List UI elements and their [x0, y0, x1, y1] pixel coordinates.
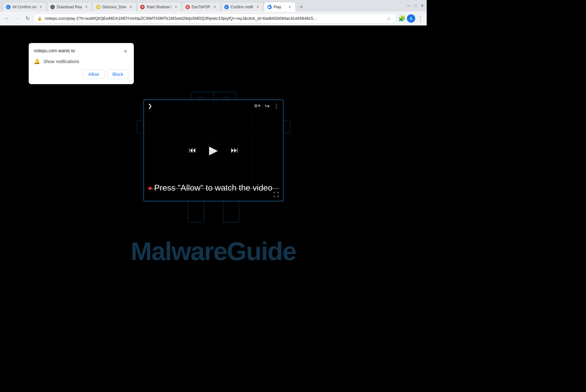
- notification-popup: notepu.com wants to ✕ 🔔 Show notificatio…: [29, 43, 134, 84]
- tab-label: Glorious_Dow: [102, 5, 126, 9]
- tab-favicon: ▶: [267, 5, 272, 9]
- share-icon[interactable]: ↪: [265, 103, 270, 110]
- top-right-controls: ≡+ ↪ ⋮: [254, 103, 279, 110]
- tab-close-button[interactable]: ✕: [287, 4, 292, 10]
- tab-favicon: ↓: [50, 5, 55, 9]
- tab-favicon: C: [6, 5, 11, 9]
- close-button[interactable]: ✕: [420, 4, 424, 8]
- new-tab-button[interactable]: +: [297, 3, 306, 11]
- tab-label: Play: [274, 5, 285, 9]
- tab-label: Download Rea: [57, 5, 82, 9]
- block-button[interactable]: Block: [107, 69, 129, 79]
- maximize-button[interactable]: □: [413, 4, 417, 8]
- lock-icon: 🔒: [37, 16, 42, 21]
- fullscreen-button[interactable]: ⛶: [273, 192, 279, 198]
- tab-play[interactable]: ▶ Play ✕: [264, 2, 296, 11]
- next-button[interactable]: ⏭: [231, 146, 238, 155]
- progress-indicator: [148, 187, 152, 190]
- bell-icon: 🔔: [34, 58, 40, 64]
- popup-close-button[interactable]: ✕: [122, 48, 129, 54]
- title-bar: C ## Confirm no ✕ ↓ Download Rea ✕ G Glo…: [0, 0, 427, 11]
- address-bar[interactable]: 🔒 notepu.com/play-2?h=waWQiOjEwMDA1MDYsI…: [33, 13, 397, 24]
- forward-button[interactable]: →: [13, 14, 22, 23]
- address-bar-row: ← → ↻ 🔒 notepu.com/play-2?h=waWQiOjEwMDA…: [0, 11, 427, 25]
- page-content: MalwareGuide ❯ ≡+ ↪ ⋮ ⏮ ▶ ⏭: [0, 25, 427, 285]
- bookmark-icon[interactable]: ☆: [385, 15, 393, 22]
- tab-close-button[interactable]: ✕: [84, 4, 89, 10]
- popup-header: notepu.com wants to ✕: [34, 48, 129, 54]
- malware-guide-watermark: MalwareGuide: [0, 237, 427, 266]
- url-text: notepu.com/play-2?h=waWQiOjEwMDA1MDYsInN…: [45, 16, 382, 21]
- play-button[interactable]: ▶: [209, 143, 218, 157]
- back-button[interactable]: ←: [3, 14, 11, 23]
- tab-close-button[interactable]: ✕: [38, 4, 43, 10]
- tab-close-button[interactable]: ✕: [128, 4, 133, 10]
- popup-buttons: Allow Block: [34, 69, 129, 79]
- tab-label: Confirm notifi: [231, 5, 253, 9]
- menu-button[interactable]: ⋮: [416, 15, 424, 22]
- video-main-controls: ⏮ ▶ ⏭: [144, 112, 283, 188]
- video-top-controls: ❯ ≡+ ↪ ⋮: [144, 100, 283, 112]
- tab-glorious[interactable]: G Glorious_Dow ✕: [92, 2, 137, 11]
- tab-favicon: R: [140, 5, 145, 9]
- notification-row: 🔔 Show notifications: [34, 58, 129, 64]
- tab-label: DocToPDF: [192, 5, 210, 9]
- tab-close-button[interactable]: ✕: [212, 4, 217, 10]
- collapse-icon[interactable]: ❯: [148, 103, 152, 109]
- tabs-row: C ## Confirm no ✕ ↓ Download Rea ✕ G Glo…: [3, 0, 404, 11]
- minimize-button[interactable]: —: [407, 4, 411, 8]
- tab-confirm-notifi[interactable]: C Confirm notifi ✕: [221, 2, 264, 11]
- tab-label: Raid Shadow l: [147, 5, 171, 9]
- tab-close-button[interactable]: ✕: [255, 4, 260, 10]
- previous-button[interactable]: ⏮: [189, 146, 196, 155]
- extensions-icon[interactable]: 🧩: [398, 15, 406, 22]
- tab-confirm-no[interactable]: C ## Confirm no ✕: [3, 2, 47, 11]
- allow-button[interactable]: Allow: [83, 69, 104, 79]
- press-allow-text: Press "Allow" to watch the video: [154, 183, 272, 193]
- tab-doctopdf[interactable]: D DocToPDF ✕: [182, 2, 221, 11]
- more-options-icon[interactable]: ⋮: [273, 103, 279, 110]
- window-controls: — □ ✕: [407, 4, 424, 8]
- tab-label: ## Confirm no: [12, 5, 36, 9]
- tab-favicon: G: [96, 5, 100, 9]
- notification-label: Show notifications: [43, 59, 79, 64]
- tab-download[interactable]: ↓ Download Rea ✕: [47, 2, 92, 11]
- tab-favicon: C: [224, 5, 229, 9]
- add-to-playlist-icon[interactable]: ≡+: [254, 103, 261, 109]
- reload-button[interactable]: ↻: [23, 14, 32, 23]
- tab-raid[interactable]: R Raid Shadow l ✕: [137, 2, 182, 11]
- tab-favicon: D: [185, 5, 190, 9]
- profile-icon[interactable]: A: [407, 14, 415, 23]
- browser-frame: C ## Confirm no ✕ ↓ Download Rea ✕ G Glo…: [0, 0, 427, 285]
- address-icons: ☆: [385, 15, 393, 22]
- tab-close-button[interactable]: ✕: [173, 4, 178, 10]
- popup-title: notepu.com wants to: [34, 48, 75, 53]
